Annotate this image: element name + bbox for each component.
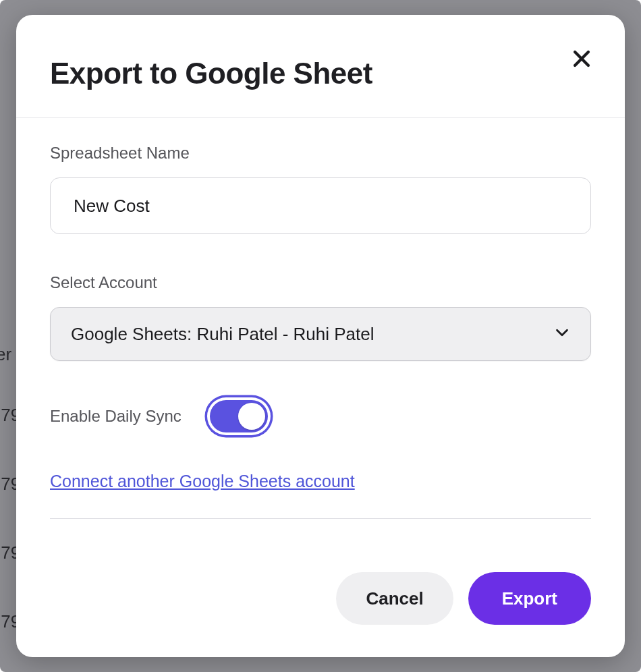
connect-account-link[interactable]: Connect another Google Sheets account [50, 472, 355, 491]
account-select[interactable]: Google Sheets: Ruhi Patel - Ruhi Patel [50, 307, 591, 361]
daily-sync-row: Enable Daily Sync [50, 397, 591, 435]
account-selected-value: Google Sheets: Ruhi Patel - Ruhi Patel [71, 324, 374, 345]
modal-title: Export to Google Sheet [50, 57, 591, 90]
cancel-button[interactable]: Cancel [336, 572, 453, 625]
spreadsheet-name-input[interactable] [50, 177, 591, 234]
modal-header: Export to Google Sheet [16, 15, 625, 118]
export-button[interactable]: Export [468, 572, 591, 625]
close-button[interactable] [567, 45, 596, 74]
modal-backdrop: er ·79 ·79 ·79 ·79 Export to Google Shee… [0, 0, 641, 672]
modal-body: Spreadsheet Name Select Account Google S… [16, 118, 625, 572]
spreadsheet-name-label: Spreadsheet Name [50, 144, 591, 163]
daily-sync-label: Enable Daily Sync [50, 407, 182, 426]
daily-sync-toggle[interactable] [207, 397, 271, 435]
export-modal: Export to Google Sheet Spreadsheet Name … [16, 15, 625, 657]
divider [50, 518, 591, 519]
toggle-knob [238, 403, 265, 430]
account-select-wrap: Google Sheets: Ruhi Patel - Ruhi Patel [50, 307, 591, 361]
spreadsheet-name-section: Spreadsheet Name [50, 144, 591, 234]
bg-text: er [0, 344, 11, 365]
close-icon [570, 47, 593, 72]
account-label: Select Account [50, 273, 591, 292]
account-section: Select Account Google Sheets: Ruhi Patel… [50, 273, 591, 361]
modal-footer: Cancel Export [16, 572, 625, 657]
